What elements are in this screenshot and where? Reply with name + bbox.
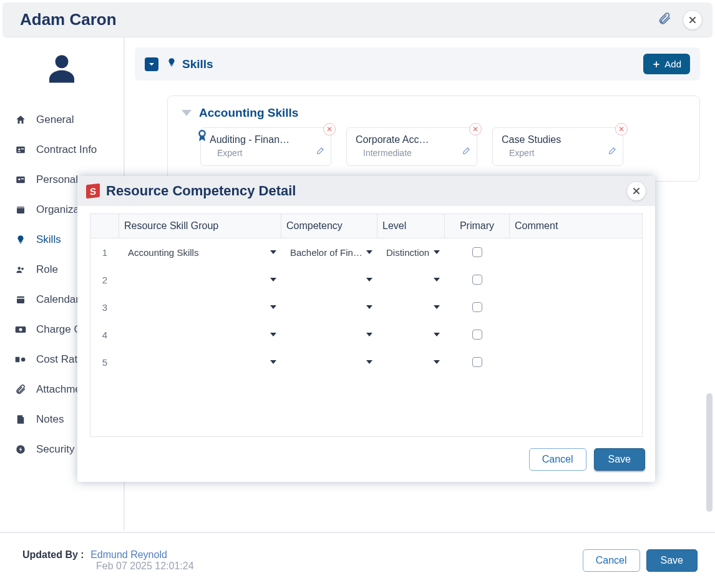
chevron-down-icon (434, 278, 440, 282)
column-header-competency: Competency (281, 214, 377, 238)
row-number: 1 (90, 247, 119, 258)
sidebar-item-label: Organiza (36, 203, 79, 216)
skill-group-card: Accounting Skills ✕ Auditing - Finan… Ex… (167, 96, 700, 182)
level-select[interactable] (377, 360, 445, 364)
competency-select[interactable]: Bachelor of Finan… (281, 247, 377, 258)
sidebar-item-label: Skills (36, 233, 61, 246)
skill-name: Corporate Acc… (356, 134, 468, 145)
competency-select[interactable] (281, 305, 377, 309)
bolt-icon (14, 443, 27, 456)
level-select[interactable]: Distinction (377, 247, 445, 258)
skill-group-select[interactable] (119, 278, 281, 282)
column-header-group: Resource Skill Group (119, 214, 281, 238)
skill-level: Expert (210, 148, 322, 158)
chevron-down-icon (270, 250, 276, 254)
updated-by: Updated By : Edmund Reynold Feb 07 2025 … (22, 549, 194, 572)
row-number: 5 (90, 357, 119, 368)
level-select[interactable] (377, 333, 445, 336)
grid-row: 4 (90, 321, 642, 348)
svg-point-20 (21, 358, 26, 362)
cancel-button[interactable]: Cancel (583, 549, 640, 572)
skill-name: Case Studies (502, 134, 614, 145)
collapse-icon[interactable] (145, 57, 158, 71)
users-icon (14, 263, 27, 277)
row-number: 3 (90, 302, 119, 313)
primary-checkbox[interactable] (472, 275, 482, 285)
chevron-down-icon (434, 333, 440, 336)
header-actions (658, 10, 703, 30)
svg-rect-12 (20, 243, 22, 244)
calendar-icon (14, 293, 27, 306)
updated-by-time: Feb 07 2025 12:01:24 (26, 561, 194, 572)
sidebar-item-label: Personal (36, 174, 78, 186)
svg-rect-7 (16, 177, 25, 184)
chevron-down-icon (366, 278, 372, 282)
attachment-icon[interactable] (658, 11, 671, 29)
svg-point-18 (19, 328, 22, 331)
delete-icon[interactable]: ✕ (615, 123, 628, 135)
skill-group-title: Accounting Skills (199, 106, 298, 120)
skill-card[interactable]: ✕ Auditing - Finan… Expert (200, 127, 331, 166)
skills-title: Skills (166, 57, 213, 71)
competency-select[interactable] (281, 278, 377, 282)
money-icon (14, 323, 27, 336)
sidebar-item-contract-info[interactable]: Contract Info (0, 135, 124, 165)
grid-header: Resource Skill Group Competency Level Pr… (90, 214, 642, 238)
save-button[interactable]: Save (646, 549, 698, 572)
edit-icon[interactable] (608, 145, 618, 158)
skill-group-select[interactable]: Accounting Skills (119, 247, 281, 258)
id-card-icon (14, 143, 27, 157)
level-select[interactable] (377, 305, 445, 309)
sidebar-item-label: Cost Rate (36, 353, 84, 366)
svg-rect-3 (16, 147, 25, 154)
updated-by-label: Updated By : (22, 549, 84, 560)
cell-value: Accounting Skills (124, 247, 198, 258)
skill-name: Auditing - Finan… (210, 134, 322, 145)
sidebar-item-label: Role (36, 263, 58, 276)
chevron-down-icon (270, 333, 276, 336)
chevron-down-icon (366, 250, 372, 254)
row-number: 4 (90, 330, 119, 340)
bulb-icon (14, 233, 27, 247)
primary-checkbox[interactable] (472, 330, 482, 340)
grid-row: 1 Accounting Skills Bachelor of Finan… D… (90, 238, 642, 266)
svg-rect-11 (17, 207, 24, 208)
modal-cancel-button[interactable]: Cancel (529, 448, 586, 471)
delete-icon[interactable]: ✕ (469, 123, 482, 135)
add-button[interactable]: Add (643, 54, 690, 74)
skill-group-select[interactable] (119, 305, 281, 309)
primary-checkbox[interactable] (472, 247, 482, 257)
sidebar-item-general[interactable]: General (0, 105, 124, 135)
cell-value: Distinction (382, 247, 429, 258)
page-footer: Updated By : Edmund Reynold Feb 07 2025 … (0, 532, 715, 588)
chevron-down-icon (366, 360, 372, 364)
skill-card[interactable]: ✕ Corporate Acc… Intermediate (346, 127, 477, 166)
bulb-icon (166, 57, 177, 71)
svg-rect-15 (17, 296, 24, 303)
column-header-primary: Primary (445, 214, 510, 238)
chevron-down-icon[interactable] (182, 110, 192, 116)
grid-row: 5 (90, 348, 642, 376)
skill-card[interactable]: ✕ Case Studies Expert (492, 127, 623, 166)
scrollbar[interactable] (706, 393, 713, 512)
close-button[interactable] (683, 10, 703, 30)
skill-group-select[interactable] (119, 333, 281, 336)
primary-checkbox[interactable] (472, 357, 482, 367)
edit-icon[interactable] (316, 145, 326, 158)
delete-icon[interactable]: ✕ (323, 123, 336, 135)
chevron-down-icon (434, 305, 440, 309)
edit-icon[interactable] (462, 145, 472, 158)
calendar-icon (14, 203, 27, 217)
level-select[interactable] (377, 278, 445, 282)
competency-select[interactable] (281, 333, 377, 336)
competency-select[interactable] (281, 360, 377, 364)
grid-row: 3 (90, 293, 642, 321)
primary-checkbox[interactable] (472, 302, 482, 312)
chevron-down-icon (270, 305, 276, 309)
chevron-down-icon (366, 305, 372, 309)
rate-icon (14, 353, 27, 366)
modal-save-button[interactable]: Save (594, 448, 645, 471)
modal-close-button[interactable] (626, 181, 646, 201)
svg-point-26 (200, 132, 205, 136)
skill-group-select[interactable] (119, 360, 281, 364)
